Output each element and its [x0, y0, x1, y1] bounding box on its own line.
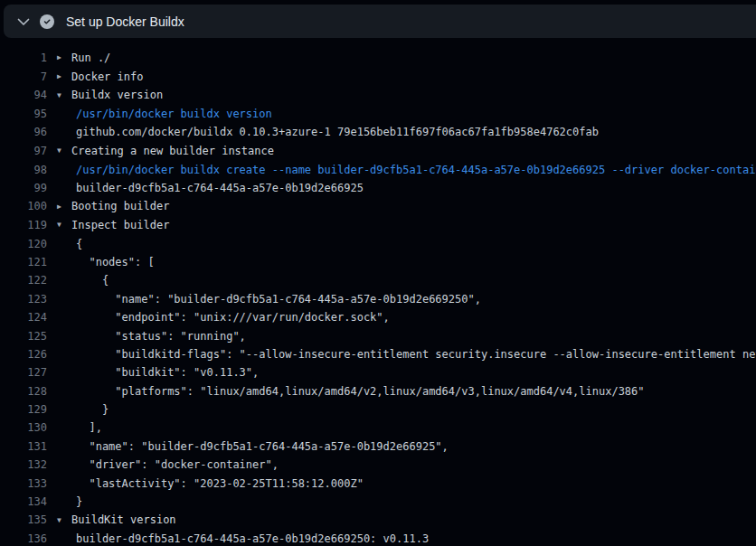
log-line: 96github.com/docker/buildx 0.10.3+azure-… — [0, 123, 756, 141]
log-line: 128 "platforms": "linux/amd64,linux/amd6… — [0, 382, 756, 400]
log-line-number[interactable]: 134 — [0, 493, 47, 511]
log-output-text: "driver": "docker-container", — [57, 456, 279, 474]
log-output-text: "buildkitd-flags": "--allow-insecure-ent… — [57, 345, 756, 363]
log-line: 95/usr/bin/docker buildx version — [0, 105, 756, 123]
log-line-number[interactable]: 99 — [0, 179, 47, 197]
group-collapsed-arrow-icon[interactable]: ▶ — [57, 198, 71, 216]
group-expanded-arrow-icon[interactable]: ▼ — [57, 512, 71, 530]
log-line: 135▼BuildKit version — [0, 511, 756, 530]
log-line: 121 "nodes": [ — [0, 253, 756, 271]
log-line-number[interactable]: 100 — [0, 197, 47, 216]
log-line-number[interactable]: 119 — [0, 216, 47, 235]
log-line: 99builder-d9cfb5a1-c764-445a-a57e-0b19d2… — [0, 179, 756, 197]
log-line-number[interactable]: 98 — [0, 161, 47, 179]
log-line: 124 "endpoint": "unix:///var/run/docker.… — [0, 308, 756, 326]
log-line: 129 } — [0, 400, 756, 419]
log-output-text: "endpoint": "unix:///var/run/docker.sock… — [57, 308, 390, 326]
log-line-number[interactable]: 131 — [0, 438, 47, 456]
log-line: 131 "name": "builder-d9cfb5a1-c764-445a-… — [0, 438, 756, 456]
log-line-number[interactable]: 126 — [0, 345, 47, 363]
log-line-number[interactable]: 136 — [0, 530, 47, 546]
log-line-number[interactable]: 97 — [0, 142, 47, 161]
log-line-number[interactable]: 1 — [0, 49, 47, 68]
log-line: 127 "buildkit": "v0.11.3", — [0, 363, 756, 381]
log-output-text: "nodes": [ — [57, 253, 155, 271]
log-line-number[interactable]: 132 — [0, 456, 47, 474]
chevron-down-icon[interactable] — [16, 14, 31, 29]
log-line: 119▼Inspect builder — [0, 216, 756, 235]
step-title: Set up Docker Buildx — [66, 14, 184, 29]
log-line: 7▶Docker info — [0, 68, 756, 87]
log-line: 125 "status": "running", — [0, 327, 756, 345]
log-group-title[interactable]: Inspect builder — [71, 219, 169, 231]
log-line-number[interactable]: 133 — [0, 475, 47, 493]
log-line-number[interactable]: 129 — [0, 400, 47, 419]
group-expanded-arrow-icon[interactable]: ▼ — [57, 87, 71, 105]
log-group-title[interactable]: BuildKit version — [71, 513, 176, 526]
log-viewer: 1▶Run ./7▶Docker info94▼Buildx version95… — [0, 49, 756, 546]
log-line-number[interactable]: 120 — [0, 235, 47, 253]
log-group-title[interactable]: Creating a new builder instance — [71, 145, 274, 157]
log-output-text: "platforms": "linux/amd64,linux/amd64/v2… — [57, 382, 645, 400]
log-line: 123 "name": "builder-d9cfb5a1-c764-445a-… — [0, 290, 756, 308]
group-expanded-arrow-icon[interactable]: ▼ — [57, 216, 71, 234]
log-line: 98/usr/bin/docker buildx create --name b… — [0, 161, 756, 179]
log-line: 133 "lastActivity": "2023-02-25T11:58:12… — [0, 475, 756, 493]
group-collapsed-arrow-icon[interactable]: ▶ — [57, 68, 71, 86]
log-line: 1▶Run ./ — [0, 49, 756, 68]
log-line-number[interactable]: 94 — [0, 86, 47, 105]
log-group-title[interactable]: Docker info — [71, 71, 143, 83]
log-line-number[interactable]: 135 — [0, 511, 47, 530]
log-output-text: "buildkit": "v0.11.3", — [57, 363, 259, 381]
log-output-text: { — [57, 271, 109, 289]
log-output-text: "name": "builder-d9cfb5a1-c764-445a-a57e… — [57, 290, 481, 308]
log-output-text: } — [57, 400, 109, 419]
log-output-text: ], — [57, 419, 102, 437]
log-group-title[interactable]: Booting builder — [71, 200, 169, 212]
log-output-text: } — [57, 493, 82, 511]
log-output-text: github.com/docker/buildx 0.10.3+azure-1 … — [57, 123, 599, 141]
log-output-text: builder-d9cfb5a1-c764-445a-a57e-0b19d2e6… — [57, 179, 364, 197]
log-line: 94▼Buildx version — [0, 86, 756, 105]
log-line: 136builder-d9cfb5a1-c764-445a-a57e-0b19d… — [0, 530, 756, 546]
log-line: 120{ — [0, 235, 756, 253]
check-circle-icon — [40, 14, 54, 29]
log-output-text: "lastActivity": "2023-02-25T11:58:12.000… — [57, 475, 364, 493]
log-command-text: /usr/bin/docker buildx version — [57, 105, 272, 123]
log-line-number[interactable]: 127 — [0, 363, 47, 381]
log-line-number[interactable]: 123 — [0, 290, 47, 308]
log-output-text: "status": "running", — [57, 327, 246, 345]
log-line-number[interactable]: 122 — [0, 271, 47, 289]
log-group-title[interactable]: Buildx version — [71, 89, 163, 101]
log-line: 132 "driver": "docker-container", — [0, 456, 756, 474]
log-output-text: "name": "builder-d9cfb5a1-c764-445a-a57e… — [57, 438, 449, 456]
group-expanded-arrow-icon[interactable]: ▼ — [57, 142, 71, 160]
log-line-number[interactable]: 7 — [0, 68, 47, 87]
log-line: 97▼Creating a new builder instance — [0, 142, 756, 161]
log-line-number[interactable]: 128 — [0, 382, 47, 400]
log-line: 134} — [0, 493, 756, 511]
log-line: 100▶Booting builder — [0, 197, 756, 216]
log-line-number[interactable]: 124 — [0, 308, 47, 326]
log-line-number[interactable]: 95 — [0, 105, 47, 123]
log-group-title[interactable]: Run ./ — [71, 52, 110, 64]
step-header[interactable]: Set up Docker Buildx — [4, 5, 756, 38]
log-line-number[interactable]: 130 — [0, 419, 47, 437]
group-collapsed-arrow-icon[interactable]: ▶ — [57, 49, 71, 67]
log-output-text: builder-d9cfb5a1-c764-445a-a57e-0b19d2e6… — [57, 530, 429, 546]
log-command-text: /usr/bin/docker buildx create --name bui… — [57, 161, 756, 179]
log-line-number[interactable]: 125 — [0, 327, 47, 345]
log-output-text: { — [57, 235, 82, 253]
log-line-number[interactable]: 121 — [0, 253, 47, 271]
log-line: 130 ], — [0, 419, 756, 437]
log-line-number[interactable]: 96 — [0, 123, 47, 141]
log-line: 122 { — [0, 271, 756, 289]
log-line: 126 "buildkitd-flags": "--allow-insecure… — [0, 345, 756, 363]
